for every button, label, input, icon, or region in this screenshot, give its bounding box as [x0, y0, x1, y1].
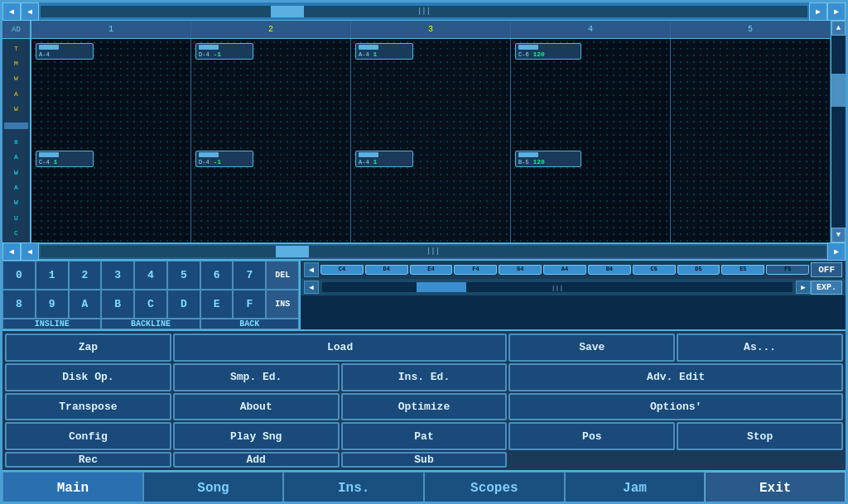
btn-config[interactable]: Config — [5, 422, 171, 450]
col-header-1: 1 — [31, 21, 191, 38]
tab-main[interactable]: Main — [2, 472, 143, 504]
piano-nav: ◀ C4 D4 E4 F4 G4 A4 B4 C5 D5 E5 F5 OFF — [301, 261, 846, 279]
btn-smped[interactable]: Smp. Ed. — [173, 363, 340, 391]
btn-transpose[interactable]: Transpose — [5, 393, 171, 421]
piano-key-c5[interactable]: C5 — [633, 265, 676, 275]
piano-key-e5[interactable]: E5 — [721, 265, 764, 275]
btn-add[interactable]: Add — [173, 452, 340, 468]
seq-col-5[interactable] — [671, 39, 831, 242]
piano-key-g4[interactable]: G4 — [499, 265, 542, 275]
btn-playsng[interactable]: Play Sng — [173, 422, 340, 450]
piano-nav-left[interactable]: ◀ — [304, 262, 319, 277]
btn-rec[interactable]: Rec — [5, 452, 171, 468]
seq-event-c1r1: A-4 — [36, 43, 94, 60]
tab-song[interactable]: Song — [143, 472, 284, 504]
scroll-left-btn[interactable]: ◀ — [2, 2, 21, 21]
btn-load[interactable]: Load — [173, 334, 508, 362]
btn-C[interactable]: C — [134, 290, 167, 319]
btn-advedit[interactable]: Adv. Edit — [508, 363, 843, 391]
btn-diskop[interactable]: Disk Op. — [5, 363, 171, 391]
tab-exit[interactable]: Exit — [705, 472, 846, 504]
btn-zap[interactable]: Zap — [5, 334, 171, 362]
btn-insline[interactable]: INSLINE — [2, 319, 101, 329]
piano-key-d4[interactable]: D4 — [365, 265, 408, 275]
dot-bg-3 — [351, 39, 510, 242]
tab-ins[interactable]: Ins. — [283, 472, 424, 504]
btn-5[interactable]: 5 — [167, 261, 200, 290]
btn-2[interactable]: 2 — [69, 261, 102, 290]
btn-options[interactable]: Options' — [508, 393, 843, 421]
btn-3[interactable]: 3 — [101, 261, 134, 290]
btn-insed[interactable]: Ins. Ed. — [341, 363, 508, 391]
track-W1: W — [4, 74, 28, 82]
seq-col-4[interactable]: C-6 120 B-5 120 — [511, 39, 671, 242]
piano-key-e4[interactable]: E4 — [410, 265, 453, 275]
btn-as[interactable]: As... — [677, 334, 843, 362]
btn-1[interactable]: 1 — [36, 261, 69, 290]
seq-header: 1 2 3 4 5 — [31, 21, 831, 39]
seq-col-2[interactable]: D-4 -1 D-4 -1 — [191, 39, 351, 242]
scroll-right2-btn[interactable]: ▶ — [827, 2, 846, 21]
dot-bg-5 — [671, 39, 830, 242]
tab-jam[interactable]: Jam — [565, 472, 706, 504]
vs-down-btn[interactable]: ▼ — [831, 228, 846, 242]
scroll-left2-btn[interactable]: ◀ — [21, 2, 39, 21]
btn-A[interactable]: A — [69, 290, 102, 319]
off-button[interactable]: OFF — [811, 262, 842, 277]
btn-stop[interactable]: Stop — [677, 422, 843, 450]
mid-scroll-left[interactable]: ◀ — [2, 242, 21, 261]
btn-9[interactable]: 9 — [36, 290, 69, 319]
piano-key-f4[interactable]: F4 — [454, 265, 497, 275]
btn-B[interactable]: B — [101, 290, 134, 319]
btn-7[interactable]: 7 — [233, 261, 266, 290]
scroll-right-btn[interactable]: ▶ — [809, 2, 827, 21]
track-A1: A — [4, 90, 28, 98]
btn-F[interactable]: F — [233, 290, 266, 319]
track-W2: W — [4, 105, 28, 113]
btn-optimize[interactable]: Optimize — [341, 393, 508, 421]
tab-scopes[interactable]: Scopes — [424, 472, 565, 504]
mid-scroll-left2[interactable]: ◀ — [21, 242, 39, 261]
btn-back[interactable]: BACK — [200, 319, 299, 329]
seq-event-c2r1: D-4 -1 — [195, 43, 253, 60]
mid-scroll-right[interactable]: ▶ — [827, 242, 846, 261]
btn-pos[interactable]: Pos — [508, 422, 675, 450]
btn-ins[interactable]: INS — [266, 290, 299, 319]
seq-col-1[interactable]: A-4 C-4 1 — [31, 39, 191, 242]
top-scroll-track[interactable]: ||| — [41, 6, 807, 17]
btn-4[interactable]: 4 — [134, 261, 167, 290]
seq-event-c4r2: B-5 120 — [515, 151, 581, 167]
btn-save[interactable]: Save — [508, 334, 675, 362]
col-header-3: 3 — [351, 21, 511, 38]
btn-6[interactable]: 6 — [200, 261, 234, 290]
scroll-indicator: ||| — [417, 7, 431, 16]
piano-scroll-right[interactable]: ▶ — [796, 281, 811, 294]
btn-sub[interactable]: Sub — [341, 452, 508, 468]
piano-scroll-track[interactable]: ||| — [322, 282, 793, 292]
btn-del[interactable]: DEL — [266, 261, 299, 290]
piano-key-b4[interactable]: B4 — [588, 265, 631, 275]
top-scroll-thumb — [271, 6, 304, 17]
ev-icon8 — [518, 152, 538, 157]
numpad-row-1: 0 1 2 3 4 5 6 7 DEL — [2, 261, 299, 290]
btn-about[interactable]: About — [173, 393, 340, 421]
track-label-header: AD — [2, 21, 30, 39]
vs-up-btn[interactable]: ▲ — [831, 21, 846, 36]
piano-key-c4[interactable]: C4 — [320, 265, 364, 275]
exp-button[interactable]: EXP. — [811, 281, 842, 295]
btn-pat[interactable]: Pat — [341, 422, 508, 450]
seq-col-3[interactable]: A-4 1 A-4 1 — [351, 39, 511, 242]
btn-backline[interactable]: BACKLINE — [101, 319, 200, 329]
piano-scroll-left[interactable]: ◀ — [304, 281, 319, 294]
btn-E[interactable]: E — [200, 290, 234, 319]
btn-0[interactable]: 0 — [2, 261, 36, 290]
mid-scroll-track[interactable]: ||| — [41, 246, 826, 257]
btn-D[interactable]: D — [167, 290, 200, 319]
ev-icon7 — [518, 45, 538, 50]
piano-key-f5[interactable]: F5 — [766, 265, 809, 275]
piano-key-a4[interactable]: A4 — [543, 265, 586, 275]
vs-track[interactable] — [831, 36, 846, 228]
piano-key-d5[interactable]: D5 — [677, 265, 720, 275]
btn-8[interactable]: 8 — [2, 290, 36, 319]
col-header-4: 4 — [511, 21, 671, 38]
